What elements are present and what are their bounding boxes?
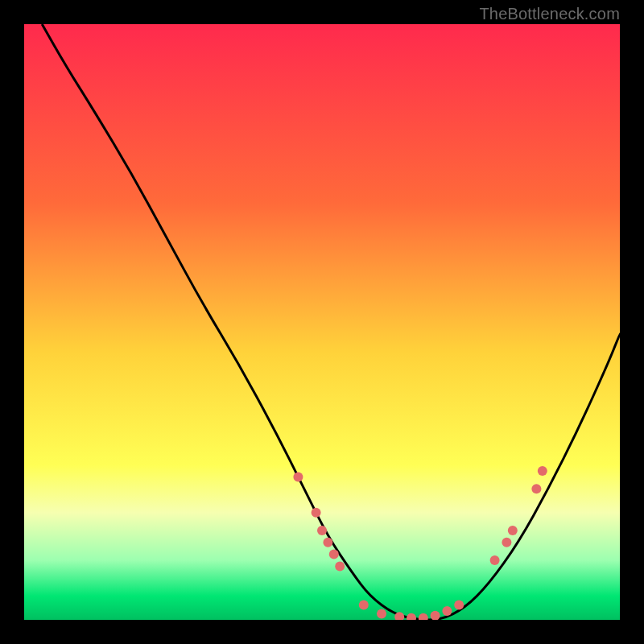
marker-dot: [538, 466, 547, 476]
marker-dot: [323, 538, 332, 547]
chart-frame: [24, 24, 620, 620]
marker-dot: [293, 472, 303, 481]
marker-dot: [508, 526, 518, 535]
marker-dot: [317, 526, 327, 535]
marker-dot: [377, 609, 386, 619]
marker-dot: [312, 508, 321, 518]
watermark-text: TheBottleneck.com: [479, 5, 620, 23]
marker-dot: [359, 601, 369, 610]
marker-dot: [502, 538, 511, 547]
marker-dot: [531, 484, 541, 493]
marker-dot: [490, 555, 500, 565]
marker-dot: [442, 606, 452, 616]
marker-dot: [329, 550, 339, 559]
bottleneck-chart: [24, 24, 620, 620]
marker-dot: [335, 561, 345, 571]
marker-dot: [454, 601, 464, 610]
